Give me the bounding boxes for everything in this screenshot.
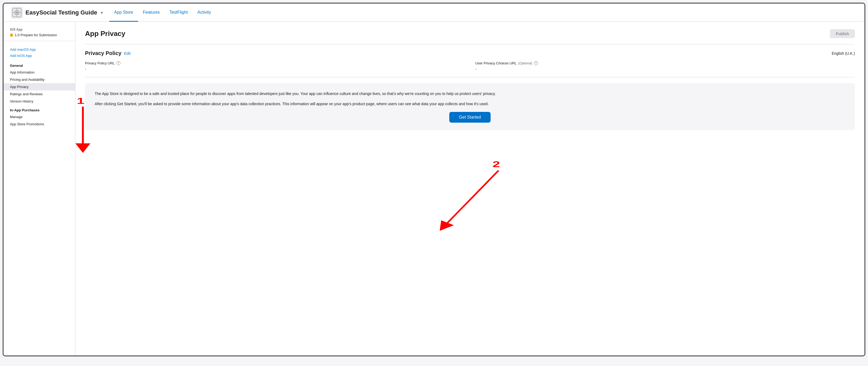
privacy-url-field: Privacy Policy URL ? - bbox=[85, 61, 465, 71]
sidebar-top-section: iOS App 1.0 Prepare for Submission bbox=[3, 28, 75, 41]
privacy-policy-header: Privacy Policy Edit English (U.K.) bbox=[85, 50, 855, 56]
get-started-button[interactable]: Get Started bbox=[449, 112, 491, 123]
sidebar-group-general: General bbox=[3, 60, 75, 69]
privacy-policy-label: Privacy Policy bbox=[85, 50, 122, 56]
sidebar-ios-label: iOS App bbox=[10, 28, 69, 31]
language-label: English (U.K.) bbox=[832, 51, 855, 56]
version-status-dot bbox=[10, 34, 13, 37]
app-logo-icon bbox=[11, 7, 23, 19]
sidebar-links-section: Add macOS App Add tvOS App bbox=[3, 44, 75, 60]
sidebar-in-app-group: In-App Purchases Manage App Store Promot… bbox=[3, 105, 75, 128]
optional-tag: (Optional) bbox=[518, 61, 532, 65]
nav-activity[interactable]: Activity bbox=[193, 4, 216, 22]
user-choices-url-label: User Privacy Choices URL (Optional) ? bbox=[475, 61, 855, 65]
user-choices-url-field: User Privacy Choices URL (Optional) ? - bbox=[475, 61, 855, 71]
svg-text:1: 1 bbox=[77, 96, 85, 106]
svg-text:2: 2 bbox=[493, 159, 500, 169]
page-header: App Privacy Publish bbox=[85, 29, 855, 38]
user-choices-help-icon[interactable]: ? bbox=[534, 61, 538, 65]
sidebar-item-store-promotions[interactable]: App Store Promotions bbox=[3, 120, 75, 128]
app-title-chevron-icon[interactable]: ▾ bbox=[101, 10, 103, 15]
nav-app-store[interactable]: App Store bbox=[109, 4, 138, 22]
sidebar-version: 1.0 Prepare for Submission bbox=[10, 33, 69, 37]
user-choices-url-value: - bbox=[475, 67, 855, 71]
url-fields: Privacy Policy URL ? - User Privacy Choi… bbox=[85, 61, 855, 71]
sidebar-item-app-information[interactable]: App Information bbox=[3, 69, 75, 76]
nav-testflight[interactable]: TestFlight bbox=[165, 4, 193, 22]
privacy-url-label: Privacy Policy URL ? bbox=[85, 61, 465, 65]
sidebar-version-label: 1.0 Prepare for Submission bbox=[15, 33, 57, 37]
header: EasySocial Testing Guide ▾ App Store Fea… bbox=[3, 3, 865, 22]
info-paragraph-1: The App Store is designed to be a safe a… bbox=[95, 91, 845, 97]
sidebar-link-macos[interactable]: Add macOS App bbox=[3, 47, 75, 53]
sidebar-item-version-history[interactable]: Version History bbox=[3, 98, 75, 105]
publish-button[interactable]: Publish bbox=[830, 29, 855, 38]
main-content: 1 2 App Privacy Publish bbox=[75, 22, 865, 356]
info-paragraph-2: After clicking Get Started, you'll be as… bbox=[95, 101, 845, 107]
sidebar-item-app-privacy[interactable]: App Privacy bbox=[3, 83, 75, 90]
sidebar: iOS App 1.0 Prepare for Submission Add m… bbox=[3, 22, 75, 356]
header-nav: App Store Features TestFlight Activity bbox=[109, 3, 216, 22]
sidebar-item-ratings[interactable]: Ratings and Reviews bbox=[3, 90, 75, 98]
privacy-policy-title: Privacy Policy Edit bbox=[85, 50, 131, 56]
annotations-overlay: 1 2 bbox=[75, 22, 865, 356]
nav-features[interactable]: Features bbox=[138, 4, 165, 22]
privacy-url-value: - bbox=[85, 67, 465, 71]
layout: iOS App 1.0 Prepare for Submission Add m… bbox=[3, 22, 865, 356]
sidebar-group-in-app: In-App Purchases bbox=[3, 105, 75, 113]
app-title: EasySocial Testing Guide bbox=[26, 9, 97, 16]
sidebar-item-manage[interactable]: Manage bbox=[3, 113, 75, 120]
sidebar-item-pricing[interactable]: Pricing and Availability bbox=[3, 76, 75, 83]
page-title: App Privacy bbox=[85, 30, 125, 38]
info-box: The App Store is designed to be a safe a… bbox=[85, 83, 855, 130]
sidebar-general-group: General App Information Pricing and Avai… bbox=[3, 60, 75, 105]
privacy-policy-edit-link[interactable]: Edit bbox=[124, 51, 131, 56]
sidebar-link-tvos[interactable]: Add tvOS App bbox=[3, 53, 75, 59]
privacy-url-help-icon[interactable]: ? bbox=[116, 61, 120, 65]
app-logo-section: EasySocial Testing Guide ▾ bbox=[11, 7, 103, 19]
svg-line-10 bbox=[444, 171, 499, 227]
